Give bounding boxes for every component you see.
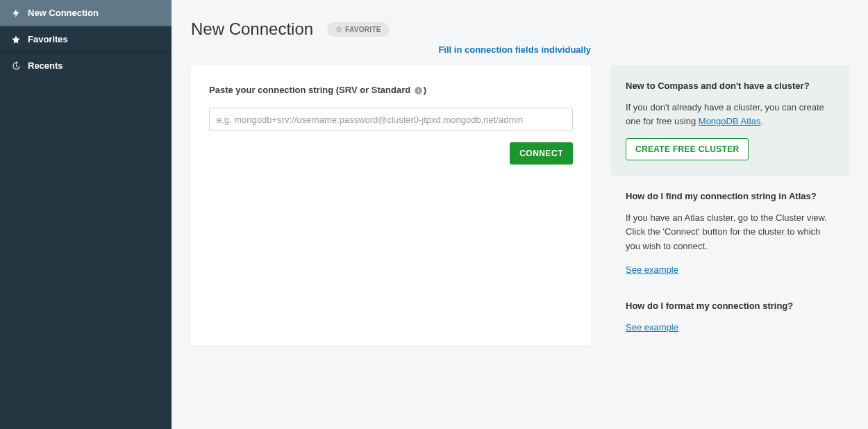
find-connection-text: If you have an Atlas cluster, go to the …	[626, 211, 835, 253]
find-connection-section: How do I find my connection string in At…	[610, 191, 850, 287]
main: New Connection FAVORITE Fill in connecti…	[172, 0, 868, 429]
new-cluster-panel: New to Compass and don't have a cluster?…	[610, 65, 850, 176]
header: New Connection FAVORITE	[191, 19, 850, 39]
connection-string-input[interactable]	[209, 108, 573, 131]
sidebar: New Connection Favorites Recents	[0, 0, 172, 429]
format-connection-heading: How do I format my connection string?	[626, 301, 835, 311]
find-connection-example-link[interactable]: See example	[626, 264, 678, 275]
connection-string-label: Paste your connection string (SRV or Sta…	[209, 85, 426, 95]
bolt-icon	[10, 8, 22, 18]
connect-button[interactable]: CONNECT	[510, 142, 573, 165]
sidebar-item-recents[interactable]: Recents	[0, 53, 172, 79]
favorite-label: FAVORITE	[345, 26, 381, 33]
history-icon	[10, 61, 22, 71]
favorite-button[interactable]: FAVORITE	[327, 22, 390, 37]
sidebar-item-new-connection[interactable]: New Connection	[0, 0, 172, 26]
new-cluster-text: If you don't already have a cluster, you…	[626, 101, 835, 128]
sidebar-item-label: Recents	[28, 60, 63, 71]
connect-row: CONNECT	[209, 142, 573, 165]
sidebar-item-favorites[interactable]: Favorites	[0, 26, 172, 53]
info-icon[interactable]	[413, 86, 424, 95]
label-suffix: )	[424, 85, 426, 95]
label-prefix: Paste your connection string (SRV or Sta…	[209, 85, 413, 95]
new-cluster-text-after: .	[760, 116, 763, 126]
content-row: Paste your connection string (SRV or Sta…	[191, 65, 850, 346]
sidebar-item-label: New Connection	[28, 8, 99, 18]
aside: New to Compass and don't have a cluster?…	[610, 65, 850, 346]
mongodb-atlas-link[interactable]: MongoDB Atlas	[699, 116, 761, 126]
find-connection-heading: How do I find my connection string in At…	[626, 191, 835, 201]
new-cluster-heading: New to Compass and don't have a cluster?	[626, 81, 835, 91]
page-title: New Connection	[191, 19, 313, 39]
individual-fields-row: Fill in connection fields individually	[191, 43, 850, 56]
fill-individually-link[interactable]: Fill in connection fields individually	[438, 44, 591, 55]
star-outline-icon	[335, 26, 342, 33]
sidebar-item-label: Favorites	[28, 34, 68, 44]
create-free-cluster-button[interactable]: CREATE FREE CLUSTER	[626, 138, 749, 160]
connect-card: Paste your connection string (SRV or Sta…	[191, 65, 591, 346]
format-connection-section: How do I format my connection string? Se…	[610, 301, 850, 346]
format-connection-example-link[interactable]: See example	[626, 322, 678, 333]
star-icon	[10, 35, 22, 44]
